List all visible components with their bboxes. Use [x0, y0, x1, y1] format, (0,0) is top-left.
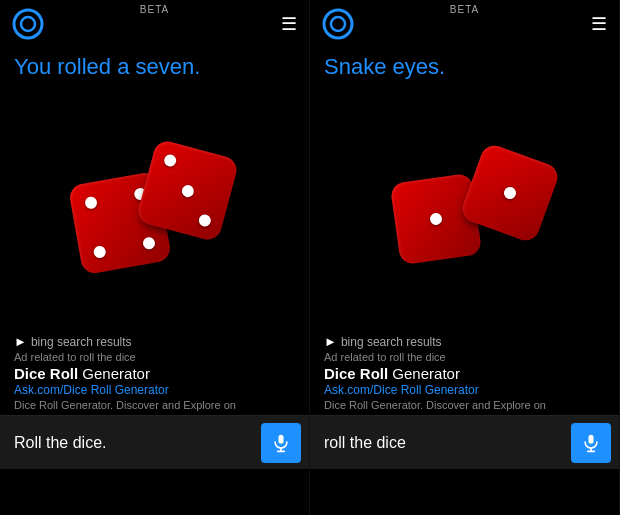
top-bar-left: BETA ☰ [0, 0, 309, 44]
mic-icon-left [271, 433, 291, 453]
desc-text-left: Dice Roll Generator. Discover and Explor… [14, 399, 295, 411]
svg-rect-2 [279, 434, 284, 443]
bing-logo-row-right: ► bing search results [324, 334, 605, 349]
search-section-right: ► bing search results Ad related to roll… [310, 328, 619, 415]
hamburger-menu-left[interactable]: ☰ [281, 15, 297, 33]
bing-text-left: bing search results [31, 335, 132, 349]
dot [180, 183, 195, 198]
beta-label-right: BETA [450, 4, 479, 15]
svg-rect-7 [589, 434, 594, 443]
dot [429, 212, 443, 226]
svg-point-0 [14, 10, 42, 38]
dice-roll-title-right: Dice Roll Generator [324, 365, 605, 382]
ad-line-left: Ad related to roll the dice [14, 351, 295, 363]
dot [84, 196, 98, 210]
ask-link-right[interactable]: Ask.com/Dice Roll Generator [324, 383, 605, 397]
input-text-right[interactable]: roll the dice [324, 434, 563, 452]
dice-container-right [375, 128, 555, 288]
desc-text-right: Dice Roll Generator. Discover and Explor… [324, 399, 605, 411]
right-panel: BETA ☰ Snake eyes. ► bing search results… [310, 0, 620, 515]
mic-button-right[interactable] [571, 423, 611, 463]
svg-point-6 [331, 17, 345, 31]
dot [502, 185, 517, 200]
bing-text-right: bing search results [341, 335, 442, 349]
cortana-logo-left [12, 8, 44, 40]
left-panel: BETA ☰ You rolled a seven. ► [0, 0, 310, 515]
result-text-left: You rolled a seven. [0, 44, 309, 88]
ask-link-left[interactable]: Ask.com/Dice Roll Generator [14, 383, 295, 397]
mic-icon-right [581, 433, 601, 453]
svg-point-1 [21, 17, 35, 31]
beta-label-left: BETA [140, 4, 169, 15]
input-bar-left: Roll the dice. [0, 415, 309, 469]
top-bar-right: BETA ☰ [310, 0, 619, 44]
dice-area-right [310, 88, 619, 328]
dice-roll-title-left: Dice Roll Generator [14, 365, 295, 382]
dot [162, 153, 177, 168]
dice-area-left [0, 88, 309, 328]
dot [197, 213, 212, 228]
input-text-left[interactable]: Roll the dice. [14, 434, 253, 452]
ad-line-right: Ad related to roll the dice [324, 351, 605, 363]
bing-icon-right: ► [324, 334, 337, 349]
dot [142, 236, 156, 250]
input-bar-right: roll the dice [310, 415, 619, 469]
bing-icon-left: ► [14, 334, 27, 349]
hamburger-menu-right[interactable]: ☰ [591, 15, 607, 33]
cortana-logo-right [322, 8, 354, 40]
dice-container-left [65, 128, 245, 288]
bing-logo-row-left: ► bing search results [14, 334, 295, 349]
mic-button-left[interactable] [261, 423, 301, 463]
search-section-left: ► bing search results Ad related to roll… [0, 328, 309, 415]
result-text-right: Snake eyes. [310, 44, 619, 88]
dot [92, 245, 106, 259]
svg-point-5 [324, 10, 352, 38]
